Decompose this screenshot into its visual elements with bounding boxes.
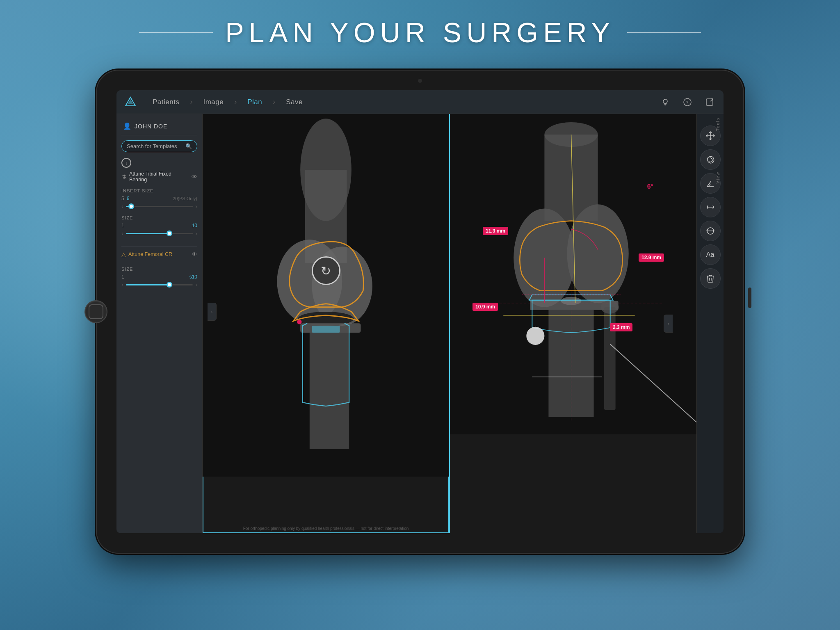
download-icon[interactable]: ↓ — [121, 158, 131, 168]
delete-tool-button[interactable] — [700, 268, 721, 289]
user-name: JOHN DOE — [135, 123, 167, 130]
nav-right-icons: ? — [658, 95, 717, 110]
svg-text:?: ? — [686, 99, 689, 105]
xray-right-panel[interactable]: 11.3 mm 12.9 mm 10.9 mm 2.3 mm 6° › — [450, 114, 696, 533]
implant1-section: ↓ ⚗ Attune Tibial Fixed Bearing 👁 — [121, 158, 197, 183]
svg-point-2 — [663, 99, 667, 103]
export-icon-btn[interactable] — [702, 95, 717, 110]
nav-tab-save[interactable]: Save — [276, 95, 313, 110]
search-input[interactable]: Search for Templates — [127, 143, 183, 149]
measure-10mm: 10.9 mm — [472, 303, 498, 311]
page-title: PLAN YOUR SURGERY — [225, 16, 615, 48]
insert-size-section: INSERT SIZE 5 6 20(PS Only) ‹ › — [121, 188, 197, 210]
title-divider-right — [627, 32, 701, 33]
size2-values: 1 s10 — [121, 274, 197, 280]
xray-left-panel[interactable]: ↻ — [203, 114, 450, 533]
insert-size-right-arrow[interactable]: › — [195, 203, 197, 210]
title-divider-left — [139, 32, 213, 33]
size1-values: 1 10 — [121, 223, 197, 228]
filter-icon: ⚗ — [121, 173, 127, 180]
insert-size-label: INSERT SIZE — [121, 188, 197, 193]
size2-right-arrow[interactable]: › — [195, 281, 197, 288]
size2-min: 1 — [121, 274, 124, 280]
page-title-container: PLAN YOUR SURGERY — [0, 16, 840, 48]
expand-right-button[interactable]: › — [664, 315, 673, 333]
nav-tab-plan[interactable]: Plan — [237, 95, 272, 110]
size2-left-arrow[interactable]: ‹ — [121, 281, 123, 288]
insert-size-track[interactable] — [126, 206, 193, 207]
size1-track[interactable] — [126, 233, 193, 234]
divider1 — [121, 247, 197, 247]
ipad-home-inner — [89, 304, 103, 319]
size1-right-arrow[interactable]: › — [195, 230, 197, 237]
tools-label: Tools — [716, 117, 720, 131]
insert-size-slider-row: ‹ › — [121, 203, 197, 210]
help-icon-btn[interactable]: ? — [680, 95, 695, 110]
svg-rect-24 — [604, 307, 616, 410]
nav-tab-image[interactable]: Image — [193, 95, 233, 110]
search-icon: 🔍 — [185, 143, 192, 149]
ipad-camera — [418, 79, 422, 83]
implant1-name: Attune Tibial Fixed Bearing — [129, 171, 189, 183]
xray-right-canvas — [450, 114, 696, 434]
implant1-filter-row: ⚗ Attune Tibial Fixed Bearing 👁 — [121, 171, 197, 183]
user-icon: 👤 — [123, 122, 131, 130]
femoral-name: Attune Femoral CR — [128, 251, 189, 257]
ipad-screen: Patients › Image › Plan › Save — [116, 90, 724, 533]
size2-max: s10 — [189, 274, 197, 280]
size2-label: SIZE — [121, 267, 197, 272]
insert-size-max: 20(PS Only) — [173, 196, 197, 201]
circle-tool-button[interactable] — [700, 221, 721, 241]
size2-section: SIZE 1 s10 ‹ › — [121, 267, 197, 288]
app-logo — [123, 95, 138, 110]
size2-track[interactable] — [126, 284, 193, 285]
sidebar: 👤 JOHN DOE Search for Templates 🔍 ↓ ⚗ At… — [116, 114, 203, 533]
xray-area: ↻ — [203, 114, 724, 533]
implant-tool-button[interactable] — [700, 149, 721, 170]
navigation-bar: Patients › Image › Plan › Save — [116, 90, 724, 114]
insert-size-values: 5 6 20(PS Only) — [121, 196, 197, 201]
ipad-home-button[interactable] — [84, 300, 107, 323]
main-content: 👤 JOHN DOE Search for Templates 🔍 ↓ ⚗ At… — [116, 114, 724, 533]
femoral-section: △ Attune Femoral CR 👁 — [121, 251, 197, 261]
femoral-icon: △ — [121, 251, 126, 258]
svg-rect-19 — [544, 135, 598, 221]
femoral-header: △ Attune Femoral CR 👁 — [121, 251, 197, 258]
xray-left-disclaimer: For orthopedic planning only by qualifie… — [203, 526, 449, 531]
size1-min: 1 — [121, 223, 124, 228]
svg-rect-14 — [312, 326, 340, 333]
xray-left-canvas — [203, 114, 449, 477]
implant1-header: ↓ — [121, 158, 197, 168]
svg-point-25 — [601, 301, 619, 314]
implant1-eye-icon[interactable]: 👁 — [192, 173, 197, 180]
tools-panel: Tools View — [696, 114, 724, 533]
svg-rect-13 — [310, 333, 349, 449]
sidebar-collapse-button[interactable]: ‹ — [208, 303, 217, 321]
size1-label: SIZE — [121, 215, 197, 220]
nav-tabs: Patients › Image › Plan › Save — [143, 95, 658, 110]
view-label: View — [716, 171, 720, 184]
insert-size-active: 6 — [127, 196, 130, 201]
measure-tool-button[interactable] — [700, 197, 721, 217]
text-tool-button[interactable]: Aa — [700, 244, 721, 265]
ipad-side-button[interactable] — [748, 288, 751, 308]
svg-point-15 — [297, 320, 301, 324]
angle-label: 6° — [647, 183, 653, 190]
svg-point-26 — [526, 327, 544, 345]
size1-section: SIZE 1 10 ‹ › — [121, 215, 197, 237]
nav-tab-patients[interactable]: Patients — [143, 95, 189, 110]
size1-max: 10 — [192, 223, 197, 228]
size1-left-arrow[interactable]: ‹ — [121, 230, 123, 237]
refresh-button[interactable]: ↻ — [312, 256, 340, 285]
insert-size-current: 5 — [121, 196, 124, 201]
measure-12mm: 12.9 mm — [639, 253, 664, 262]
lightbulb-icon-btn[interactable] — [658, 95, 673, 110]
user-row: 👤 JOHN DOE — [121, 120, 197, 135]
size1-slider-row: ‹ › — [121, 230, 197, 237]
insert-size-left-arrow[interactable]: ‹ — [121, 203, 123, 210]
ipad-device: Patients › Image › Plan › Save — [96, 70, 744, 554]
search-box[interactable]: Search for Templates 🔍 — [121, 140, 197, 152]
measure-2mm: 2.3 mm — [610, 323, 632, 331]
size2-slider-row: ‹ › — [121, 281, 197, 288]
femoral-eye-icon[interactable]: 👁 — [192, 251, 197, 258]
